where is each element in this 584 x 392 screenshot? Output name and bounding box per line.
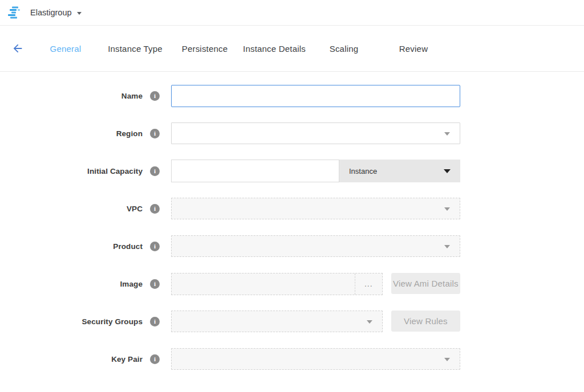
product-row: Product i bbox=[0, 235, 584, 258]
view-ami-details-button[interactable]: View Ami Details bbox=[391, 273, 460, 294]
capacity-unit-select[interactable]: Instance bbox=[339, 160, 460, 182]
security-groups-label: Security Groups bbox=[82, 317, 143, 326]
image-browse-button[interactable]: ... bbox=[355, 273, 382, 295]
chevron-down-icon bbox=[444, 358, 450, 361]
top-bar: Elastigroup bbox=[0, 0, 584, 26]
initial-capacity-input[interactable] bbox=[171, 160, 339, 182]
product-select[interactable] bbox=[171, 235, 460, 257]
app-name: Elastigroup bbox=[30, 8, 72, 17]
vpc-row: VPC i bbox=[0, 197, 584, 220]
info-icon[interactable]: i bbox=[150, 129, 160, 138]
info-icon[interactable]: i bbox=[150, 166, 160, 176]
app-switcher[interactable]: Elastigroup bbox=[8, 6, 82, 19]
key-pair-row: Key Pair i bbox=[0, 348, 584, 370]
info-icon[interactable]: i bbox=[150, 242, 160, 251]
view-rules-button[interactable]: View Rules bbox=[391, 311, 460, 332]
tab-instance-type[interactable]: Instance Type bbox=[100, 44, 170, 54]
chevron-down-icon bbox=[444, 207, 450, 211]
chevron-down-icon bbox=[444, 245, 450, 248]
back-button[interactable] bbox=[0, 42, 24, 55]
info-icon[interactable]: i bbox=[150, 317, 160, 326]
region-label: Region bbox=[116, 129, 143, 138]
image-value bbox=[172, 273, 355, 295]
chevron-down-icon bbox=[77, 12, 82, 15]
image-row: Image i ... View Ami Details bbox=[0, 272, 584, 295]
image-field[interactable]: ... bbox=[171, 273, 383, 295]
initial-capacity-label: Initial Capacity bbox=[87, 167, 143, 175]
name-label: Name bbox=[121, 92, 143, 100]
tab-scaling[interactable]: Scaling bbox=[309, 44, 379, 54]
wizard-tabs: General Instance Type Persistence Instan… bbox=[31, 44, 448, 54]
capacity-unit-value: Instance bbox=[349, 167, 377, 175]
name-input[interactable] bbox=[171, 85, 460, 107]
general-settings-form: Name i Region i Initial Capacity i Insta… bbox=[0, 72, 584, 370]
image-label: Image bbox=[120, 280, 143, 288]
key-pair-label: Key Pair bbox=[111, 355, 143, 364]
chevron-down-icon bbox=[444, 132, 450, 136]
product-label: Product bbox=[113, 242, 143, 251]
region-select[interactable] bbox=[171, 122, 460, 144]
tab-instance-details[interactable]: Instance Details bbox=[240, 44, 309, 54]
security-groups-select[interactable] bbox=[171, 311, 383, 332]
wizard-tab-bar: General Instance Type Persistence Instan… bbox=[0, 26, 584, 72]
info-icon[interactable]: i bbox=[150, 279, 160, 289]
key-pair-select[interactable] bbox=[171, 348, 460, 370]
name-row: Name i bbox=[0, 84, 584, 107]
vpc-label: VPC bbox=[127, 205, 143, 213]
info-icon[interactable]: i bbox=[150, 204, 160, 214]
back-arrow-icon bbox=[11, 42, 24, 55]
security-groups-row: Security Groups i View Rules bbox=[0, 310, 584, 333]
tab-persistence[interactable]: Persistence bbox=[170, 44, 240, 54]
tab-general[interactable]: General bbox=[31, 44, 100, 54]
elastigroup-logo-icon bbox=[8, 6, 23, 19]
tab-review[interactable]: Review bbox=[379, 44, 448, 54]
chevron-down-icon bbox=[444, 169, 451, 173]
region-row: Region i bbox=[0, 122, 584, 145]
info-icon[interactable]: i bbox=[150, 354, 160, 364]
info-icon[interactable]: i bbox=[150, 91, 160, 101]
vpc-select[interactable] bbox=[171, 198, 460, 219]
initial-capacity-row: Initial Capacity i Instance bbox=[0, 160, 584, 182]
chevron-down-icon bbox=[367, 320, 372, 324]
